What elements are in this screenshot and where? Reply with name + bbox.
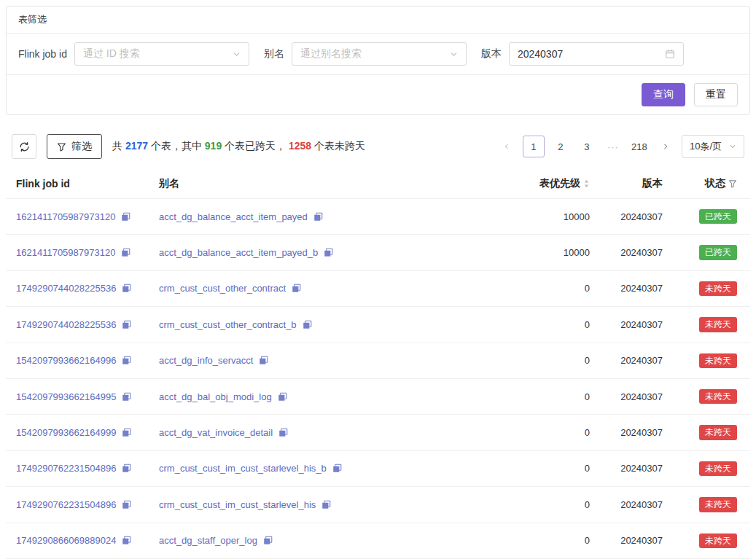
- chevron-left-icon: [503, 143, 510, 150]
- copy-icon[interactable]: [259, 356, 268, 365]
- status-badge: 已跨天: [699, 209, 737, 224]
- alias-link[interactable]: acct_dg_balance_acct_item_payed: [159, 211, 308, 222]
- version-cell: 20240307: [596, 270, 669, 306]
- table-row: 1749290744028225536 crm_cust_cust_other_…: [6, 307, 750, 343]
- priority-cell: 0: [501, 270, 596, 306]
- alias-link[interactable]: acct_dg_staff_oper_log: [159, 535, 257, 546]
- priority-cell: 10000: [501, 199, 596, 235]
- copy-icon[interactable]: [278, 392, 287, 402]
- copy-icon[interactable]: [122, 284, 131, 293]
- flink-job-id-link[interactable]: 1749290762231504896: [16, 499, 116, 510]
- copy-icon[interactable]: [122, 356, 131, 365]
- refresh-button[interactable]: [12, 134, 36, 159]
- table-row: 1542097993662164999 acct_dg_vat_invoice_…: [6, 415, 750, 450]
- copy-icon[interactable]: [122, 464, 131, 473]
- copy-icon[interactable]: [122, 428, 131, 437]
- table-row: 1749290866069889024 acct_dg_staff_oper_l…: [6, 523, 750, 558]
- sort-carets-icon[interactable]: [583, 179, 590, 189]
- filter-card: 表筛选 Flink job id 通过 ID 搜索 别名 通过别名搜索: [6, 6, 750, 115]
- table-row: 1621411705987973120 acct_dg_balance_acct…: [6, 199, 750, 235]
- funnel-icon[interactable]: [728, 179, 737, 188]
- copy-icon[interactable]: [121, 248, 130, 257]
- calendar-icon[interactable]: [665, 49, 675, 59]
- version-value-input[interactable]: [518, 48, 649, 60]
- funnel-icon: [57, 142, 66, 152]
- flink-job-id-link[interactable]: 1749290744028225536: [16, 319, 116, 330]
- reset-button[interactable]: 重置: [694, 83, 738, 106]
- version-cell: 20240307: [596, 343, 669, 378]
- alias-link[interactable]: crm_cust_cust_other_contract_b: [159, 319, 297, 330]
- priority-cell: 0: [501, 378, 596, 414]
- flink-job-id-link[interactable]: 1542097993662164999: [16, 427, 116, 438]
- alias-link[interactable]: acct_dg_balance_acct_item_payed_b: [159, 247, 318, 258]
- pagination-page-last[interactable]: 218: [629, 136, 650, 157]
- copy-icon[interactable]: [263, 536, 273, 545]
- version-cell: 20240307: [596, 415, 669, 450]
- table-body: 1621411705987973120 acct_dg_balance_acct…: [6, 199, 750, 559]
- version-cell: 20240307: [596, 199, 669, 235]
- table-row: 1542097993662164996 acct_dg_info_servacc…: [6, 343, 750, 378]
- status-badge: 未跨天: [699, 533, 737, 548]
- flink-job-id-link[interactable]: 1542097993662164996: [16, 355, 116, 366]
- chevron-down-icon: [233, 50, 241, 58]
- pagination-next-button[interactable]: [655, 136, 676, 157]
- table-row: 1542097993662164995 acct_dg_bal_obj_modi…: [6, 378, 750, 414]
- pagination-ellipsis[interactable]: ···: [603, 136, 623, 157]
- search-button[interactable]: 查询: [642, 83, 685, 106]
- crossed-count: 919: [205, 140, 222, 152]
- column-header-flink-job-id: Flink job id: [6, 169, 149, 199]
- copy-icon[interactable]: [324, 248, 333, 257]
- copy-icon[interactable]: [122, 500, 131, 509]
- status-badge: 未跨天: [699, 461, 737, 476]
- status-badge: 未跨天: [699, 497, 737, 512]
- column-header-priority[interactable]: 表优先级: [501, 169, 596, 199]
- alias-link[interactable]: crm_cust_cust_im_cust_starlevel_his_b: [159, 463, 327, 474]
- pagination-page-1[interactable]: 1: [523, 136, 545, 157]
- pagination-page-3[interactable]: 3: [577, 136, 597, 157]
- copy-icon[interactable]: [122, 392, 131, 402]
- flink-job-id-link[interactable]: 1749290866069889024: [16, 535, 116, 546]
- chevron-down-icon: [450, 50, 458, 58]
- flink-job-id-link[interactable]: 1542097993662164995: [16, 391, 116, 402]
- flink-job-id-field: Flink job id 通过 ID 搜索: [18, 42, 249, 66]
- copy-icon[interactable]: [122, 536, 131, 545]
- copy-icon[interactable]: [122, 320, 131, 329]
- alias-link[interactable]: acct_dg_vat_invoice_detail: [159, 427, 273, 438]
- table-header-row: Flink job id 别名 表优先级 版本 状态: [6, 169, 750, 199]
- copy-icon[interactable]: [278, 428, 288, 437]
- alias-select[interactable]: 通过别名搜索: [292, 42, 467, 66]
- version-cell: 20240307: [596, 235, 669, 270]
- copy-icon[interactable]: [332, 464, 342, 473]
- summary-text: 共 2177 个表，其中 919 个表已跨天， 1258 个表未跨天: [112, 140, 365, 153]
- pagination-page-2[interactable]: 2: [550, 136, 571, 157]
- priority-cell: 10000: [501, 235, 596, 270]
- flink-job-id-link[interactable]: 1749290762231504896: [16, 463, 116, 474]
- alias-link[interactable]: crm_cust_cust_im_cust_starlevel_his: [159, 499, 316, 510]
- priority-cell: 0: [501, 307, 596, 343]
- copy-icon[interactable]: [322, 500, 331, 509]
- alias-link[interactable]: acct_dg_info_servacct: [159, 355, 253, 366]
- flink-job-id-link[interactable]: 1621411705987973120: [16, 211, 115, 222]
- alias-link[interactable]: crm_cust_cust_other_contract: [159, 283, 286, 294]
- filter-card-title: 表筛选: [7, 7, 749, 34]
- table-row: 1749290762231504896 crm_cust_cust_im_cus…: [6, 450, 750, 486]
- flink-job-id-link[interactable]: 1621411705987973120: [16, 247, 115, 258]
- copy-icon[interactable]: [303, 320, 312, 329]
- copy-icon[interactable]: [292, 284, 301, 293]
- priority-cell: 0: [501, 523, 596, 558]
- filter-toggle-button[interactable]: 筛选: [47, 134, 102, 159]
- flink-job-id-link[interactable]: 1749290744028225536: [16, 283, 116, 294]
- page-size-select[interactable]: 10条/页: [682, 135, 744, 158]
- copy-icon[interactable]: [313, 212, 323, 222]
- status-badge: 未跨天: [699, 281, 737, 296]
- copy-icon[interactable]: [121, 212, 130, 222]
- priority-cell: 0: [501, 343, 596, 378]
- version-date-input[interactable]: [509, 42, 684, 66]
- alias-link[interactable]: acct_dg_bal_obj_modi_log: [159, 391, 272, 402]
- priority-cell: 0: [501, 415, 596, 450]
- flink-job-id-select[interactable]: 通过 ID 搜索: [74, 42, 249, 66]
- priority-cell: 0: [501, 487, 596, 523]
- pagination-prev-button[interactable]: [496, 136, 517, 157]
- column-header-status[interactable]: 状态: [669, 169, 750, 199]
- page: 表筛选 Flink job id 通过 ID 搜索 别名 通过别名搜索: [0, 0, 756, 559]
